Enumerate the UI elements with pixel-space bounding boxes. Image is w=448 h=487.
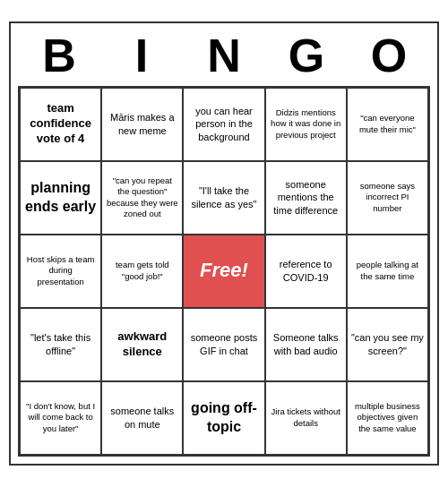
bingo-cell-1: Māris makes a new meme <box>101 88 183 161</box>
bingo-cell-14: people talking at the same time <box>347 235 428 308</box>
bingo-cell-13: reference to COVID-19 <box>265 235 347 308</box>
bingo-header: BINGO <box>18 30 430 81</box>
bingo-cell-11: team gets told "good job!" <box>101 235 183 308</box>
bingo-letter-g: G <box>265 30 348 81</box>
bingo-cell-24: multiple business objectives given the s… <box>347 381 428 455</box>
bingo-letter-i: I <box>100 30 183 81</box>
bingo-cell-9: someone says incorrect PI number <box>347 161 428 235</box>
bingo-cell-5: planning ends early <box>20 161 101 235</box>
bingo-cell-0: team confidence vote of 4 <box>20 88 101 161</box>
bingo-cell-20: "I don't know, but I will come back to y… <box>20 381 101 455</box>
bingo-grid: team confidence vote of 4Māris makes a n… <box>18 86 430 457</box>
bingo-letter-n: N <box>183 30 265 81</box>
free-cell: Free! <box>183 235 264 308</box>
bingo-cell-21: someone talks on mute <box>101 381 183 455</box>
bingo-cell-10: Host skips a team during presentation <box>20 235 101 308</box>
bingo-cell-18: Someone talks with bad audio <box>265 308 347 381</box>
bingo-cell-7: "I'll take the silence as yes" <box>183 161 264 235</box>
bingo-cell-19: "can you see my screen?" <box>347 308 428 381</box>
bingo-cell-6: "can you repeat the question" because th… <box>101 161 183 235</box>
bingo-cell-23: Jira tickets without details <box>265 381 347 455</box>
bingo-letter-o: O <box>348 30 430 81</box>
bingo-cell-8: someone mentions the time difference <box>265 161 347 235</box>
bingo-cell-17: someone posts GIF in chat <box>183 308 264 381</box>
bingo-cell-2: you can hear person in the background <box>183 88 264 161</box>
bingo-card: BINGO team confidence vote of 4Māris mak… <box>9 21 439 465</box>
bingo-cell-15: "let's take this offline" <box>20 308 101 381</box>
bingo-letter-b: B <box>18 30 100 81</box>
bingo-cell-16: awkward silence <box>101 308 183 381</box>
bingo-cell-22: going off-topic <box>183 381 264 455</box>
bingo-cell-3: Didzis mentions how it was done in previ… <box>265 88 347 161</box>
bingo-cell-4: "can everyone mute their mic" <box>347 88 428 161</box>
